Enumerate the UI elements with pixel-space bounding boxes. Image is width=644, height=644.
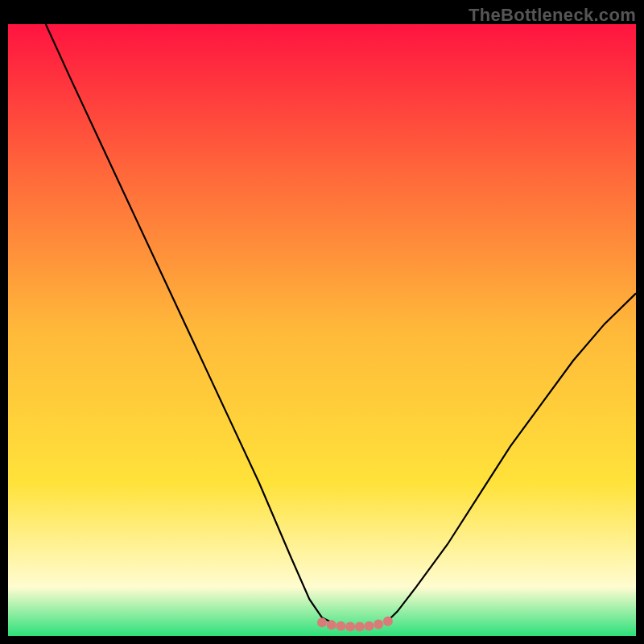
valley-dot: [383, 617, 393, 626]
valley-dot: [365, 621, 374, 631]
chart-stage: TheBottleneck.com: [0, 0, 644, 644]
valley-dot: [345, 622, 355, 632]
valley-dot: [355, 622, 365, 632]
valley-dot: [374, 620, 383, 630]
watermark-text: TheBottleneck.com: [469, 5, 636, 26]
gradient-background: [8, 24, 636, 636]
bottleneck-plot: [8, 24, 636, 636]
valley-dot: [336, 621, 345, 631]
valley-dot: [327, 620, 336, 630]
valley-dot: [317, 617, 327, 627]
